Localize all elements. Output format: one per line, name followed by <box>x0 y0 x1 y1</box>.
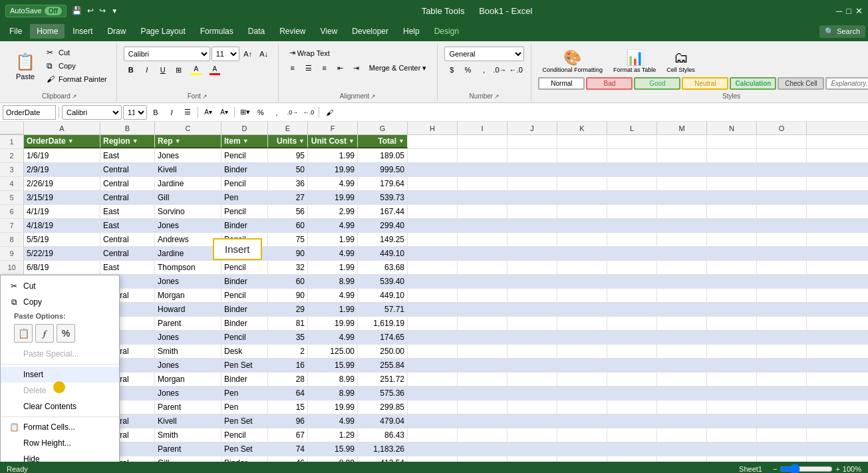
col-header-n[interactable]: N <box>707 122 757 134</box>
cell-total-10[interactable]: 63.68 <box>358 261 408 274</box>
cell-rep-15[interactable]: Jones <box>155 331 221 344</box>
cell-m1[interactable] <box>657 135 707 148</box>
cell-units-3[interactable]: 50 <box>268 163 308 176</box>
cell-h9[interactable] <box>408 247 458 260</box>
cell-k1[interactable] <box>557 135 607 148</box>
font-size-select[interactable]: 11 <box>212 47 239 61</box>
ctx-insert[interactable]: Insert <box>1 367 119 383</box>
cell-h1[interactable] <box>408 135 458 148</box>
cell-rep-4[interactable]: Jardine <box>155 177 221 190</box>
cell-k6[interactable] <box>557 205 607 218</box>
cell-item-16[interactable]: Desk <box>221 345 268 358</box>
cell-k5[interactable] <box>557 191 607 204</box>
cell-j13[interactable] <box>507 303 557 316</box>
cell-h8[interactable] <box>408 233 458 246</box>
cell-date-7[interactable]: 4/18/19 <box>24 219 100 232</box>
cell-k15[interactable] <box>557 331 607 344</box>
header-unitcost[interactable]: Unit Cost ▼ <box>308 135 358 148</box>
cell-l4[interactable] <box>607 177 657 190</box>
cell-j23[interactable] <box>507 442 557 456</box>
cell-h12[interactable] <box>408 289 458 302</box>
cell-m12[interactable] <box>657 289 707 302</box>
cell-k17[interactable] <box>557 359 607 372</box>
cell-units-17[interactable]: 16 <box>268 359 308 372</box>
align-right-btn[interactable]: ≡ <box>317 61 332 75</box>
cut-button[interactable]: ✂ Cut <box>44 47 110 59</box>
cell-k2[interactable] <box>557 149 607 162</box>
cell-l8[interactable] <box>607 233 657 246</box>
col-header-e[interactable]: E <box>268 122 308 134</box>
menu-review[interactable]: Review <box>273 24 312 39</box>
cell-region-7[interactable]: East <box>100 219 155 232</box>
cell-rep-10[interactable]: Thompson <box>155 261 221 274</box>
cell-n24[interactable] <box>707 456 757 462</box>
cell-total-15[interactable]: 174.65 <box>358 331 408 344</box>
cell-region-10[interactable]: East <box>100 261 155 274</box>
cell-o4[interactable] <box>757 177 807 190</box>
cell-units-23[interactable]: 74 <box>268 442 308 456</box>
col-header-h[interactable]: H <box>408 122 458 134</box>
cell-o18[interactable] <box>757 373 807 386</box>
cell-rep-2[interactable]: Jones <box>155 149 221 162</box>
cell-region-4[interactable]: Central <box>100 177 155 190</box>
cell-j9[interactable] <box>507 247 557 260</box>
cell-i15[interactable] <box>458 331 507 344</box>
cell-i8[interactable] <box>458 233 507 246</box>
cell-o6[interactable] <box>757 205 807 218</box>
ctx-format-cells[interactable]: 📋 Format Cells... <box>1 419 119 435</box>
cell-total-8[interactable]: 149.25 <box>358 233 408 246</box>
increase-decimal-btn[interactable]: .0→ <box>492 63 507 77</box>
cell-o22[interactable] <box>757 428 807 442</box>
mini-fontcolor-button[interactable]: A▾ <box>217 105 231 120</box>
menu-help[interactable]: Help <box>396 24 426 39</box>
cell-l12[interactable] <box>607 289 657 302</box>
cell-h13[interactable] <box>408 303 458 316</box>
border-button[interactable]: ⊞ <box>172 63 186 77</box>
cell-k16[interactable] <box>557 345 607 358</box>
cell-i4[interactable] <box>458 177 507 190</box>
mini-italic-button[interactable]: I <box>164 105 179 120</box>
cell-i20[interactable] <box>458 400 507 414</box>
cell-cost-24[interactable]: 8.99 <box>308 456 358 462</box>
cell-j16[interactable] <box>507 345 557 358</box>
cell-i23[interactable] <box>458 442 507 456</box>
cell-j12[interactable] <box>507 289 557 302</box>
cell-i16[interactable] <box>458 345 507 358</box>
cell-i11[interactable] <box>458 275 507 288</box>
cell-rep-13[interactable]: Howard <box>155 303 221 316</box>
cell-n9[interactable] <box>707 247 757 260</box>
format-as-table-button[interactable]: 📊 Format as Table <box>609 47 660 76</box>
cell-cost-23[interactable]: 15.99 <box>308 442 358 456</box>
cell-j19[interactable] <box>507 387 557 400</box>
cell-rep-16[interactable]: Smith <box>155 345 221 358</box>
cell-o9[interactable] <box>757 247 807 260</box>
cell-total-19[interactable]: 575.36 <box>358 387 408 400</box>
cell-item-2[interactable]: Pencil <box>221 149 268 162</box>
style-good[interactable]: Good <box>634 77 680 90</box>
cell-l5[interactable] <box>607 191 657 204</box>
cell-l6[interactable] <box>607 205 657 218</box>
cell-i21[interactable] <box>458 414 507 428</box>
cell-date-4[interactable]: 2/26/19 <box>24 177 100 190</box>
font-expand-icon[interactable]: ↗ <box>202 93 208 100</box>
cell-l13[interactable] <box>607 303 657 316</box>
cell-item-22[interactable]: Pencil <box>221 428 268 442</box>
mini-font-select[interactable]: Calibri <box>62 105 122 120</box>
cell-total-13[interactable]: 57.71 <box>358 303 408 316</box>
cell-l14[interactable] <box>607 317 657 330</box>
header-region[interactable]: Region ▼ <box>100 135 155 148</box>
merge-center-button[interactable]: Merge & Center ▾ <box>365 62 431 75</box>
cell-item-7[interactable]: Binder <box>221 219 268 232</box>
cell-m7[interactable] <box>657 219 707 232</box>
cell-l3[interactable] <box>607 163 657 176</box>
underline-button[interactable]: U <box>156 63 170 77</box>
decrease-decimal-btn[interactable]: ←.0 <box>509 63 523 77</box>
style-neutral[interactable]: Neutral <box>682 77 728 90</box>
cell-rep-5[interactable]: Gill <box>155 191 221 204</box>
cell-o3[interactable] <box>757 163 807 176</box>
cell-total-17[interactable]: 255.84 <box>358 359 408 372</box>
cell-h19[interactable] <box>408 387 458 400</box>
clipboard-expand-icon[interactable]: ↗ <box>72 93 77 100</box>
cell-j7[interactable] <box>507 219 557 232</box>
cell-date-5[interactable]: 3/15/19 <box>24 191 100 204</box>
